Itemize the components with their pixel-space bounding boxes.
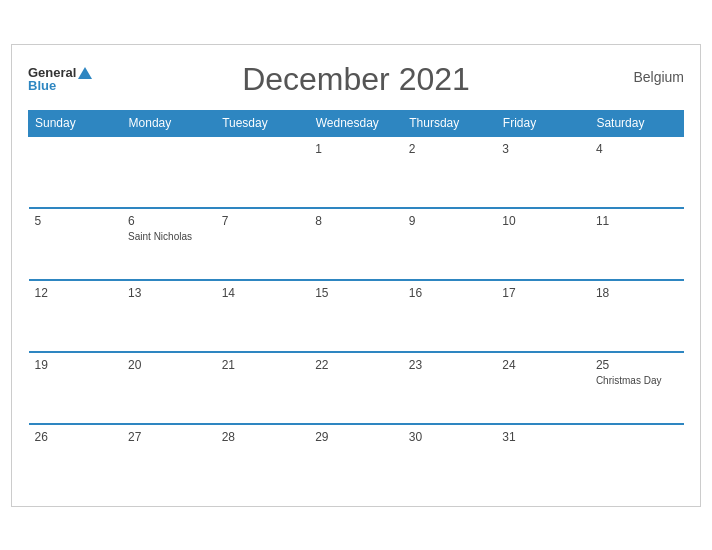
weekday-header-row: SundayMondayTuesdayWednesdayThursdayFrid…: [29, 110, 684, 136]
day-number: 15: [315, 286, 328, 300]
calendar-cell: 27: [122, 424, 216, 496]
calendar-cell: 31: [496, 424, 590, 496]
day-number: 2: [409, 142, 416, 156]
weekday-wednesday: Wednesday: [309, 110, 403, 136]
week-row-2: 56Saint Nicholas7891011: [29, 208, 684, 280]
day-number: 22: [315, 358, 328, 372]
holiday-label: Christmas Day: [596, 375, 678, 386]
logo-triangle-icon: [78, 67, 92, 79]
calendar-cell: 10: [496, 208, 590, 280]
calendar-cell: 16: [403, 280, 497, 352]
calendar-cell: 26: [29, 424, 123, 496]
day-number: 3: [502, 142, 509, 156]
day-number: 14: [222, 286, 235, 300]
day-number: 19: [35, 358, 48, 372]
week-row-1: 1234: [29, 136, 684, 208]
calendar-cell: 13: [122, 280, 216, 352]
day-number: 16: [409, 286, 422, 300]
day-number: 17: [502, 286, 515, 300]
day-number: 20: [128, 358, 141, 372]
calendar-header: General Blue December 2021 Belgium: [28, 61, 684, 98]
day-number: 1: [315, 142, 322, 156]
holiday-label: Saint Nicholas: [128, 231, 210, 242]
calendar-cell: 5: [29, 208, 123, 280]
calendar-cell: 2: [403, 136, 497, 208]
calendar-cell: 20: [122, 352, 216, 424]
calendar-cell: 9: [403, 208, 497, 280]
week-row-3: 12131415161718: [29, 280, 684, 352]
day-number: 30: [409, 430, 422, 444]
month-title: December 2021: [242, 61, 470, 98]
calendar-cell: 12: [29, 280, 123, 352]
day-number: 5: [35, 214, 42, 228]
calendar-cell: 6Saint Nicholas: [122, 208, 216, 280]
calendar-cell: 21: [216, 352, 310, 424]
calendar-cell: 19: [29, 352, 123, 424]
day-number: 6: [128, 214, 135, 228]
day-number: 28: [222, 430, 235, 444]
calendar-cell: 4: [590, 136, 684, 208]
day-number: 7: [222, 214, 229, 228]
day-number: 13: [128, 286, 141, 300]
calendar-cell: 30: [403, 424, 497, 496]
weekday-friday: Friday: [496, 110, 590, 136]
day-number: 25: [596, 358, 609, 372]
day-number: 21: [222, 358, 235, 372]
day-number: 9: [409, 214, 416, 228]
calendar-cell: 8: [309, 208, 403, 280]
calendar-cell: 29: [309, 424, 403, 496]
day-number: 18: [596, 286, 609, 300]
calendar-cell: [122, 136, 216, 208]
calendar-cell: 18: [590, 280, 684, 352]
day-number: 26: [35, 430, 48, 444]
country-label: Belgium: [633, 69, 684, 85]
day-number: 27: [128, 430, 141, 444]
calendar-cell: 3: [496, 136, 590, 208]
day-number: 8: [315, 214, 322, 228]
weekday-tuesday: Tuesday: [216, 110, 310, 136]
calendar-cell: [29, 136, 123, 208]
day-number: 12: [35, 286, 48, 300]
day-number: 4: [596, 142, 603, 156]
calendar-cell: 11: [590, 208, 684, 280]
calendar-cell: 14: [216, 280, 310, 352]
day-number: 11: [596, 214, 609, 228]
calendar-table: SundayMondayTuesdayWednesdayThursdayFrid…: [28, 110, 684, 496]
calendar-cell: 24: [496, 352, 590, 424]
weekday-sunday: Sunday: [29, 110, 123, 136]
calendar-cell: 17: [496, 280, 590, 352]
weekday-thursday: Thursday: [403, 110, 497, 136]
logo-blue-text: Blue: [28, 79, 92, 92]
calendar-cell: 15: [309, 280, 403, 352]
day-number: 10: [502, 214, 515, 228]
week-row-4: 19202122232425Christmas Day: [29, 352, 684, 424]
day-number: 23: [409, 358, 422, 372]
calendar-cell: 1: [309, 136, 403, 208]
calendar-cell: 23: [403, 352, 497, 424]
day-number: 31: [502, 430, 515, 444]
day-number: 29: [315, 430, 328, 444]
calendar-cell: 22: [309, 352, 403, 424]
weekday-monday: Monday: [122, 110, 216, 136]
calendar-cell: 25Christmas Day: [590, 352, 684, 424]
calendar-container: General Blue December 2021 Belgium Sunda…: [11, 44, 701, 507]
calendar-cell: [216, 136, 310, 208]
day-number: 24: [502, 358, 515, 372]
week-row-5: 262728293031: [29, 424, 684, 496]
weekday-saturday: Saturday: [590, 110, 684, 136]
calendar-cell: 7: [216, 208, 310, 280]
calendar-cell: 28: [216, 424, 310, 496]
calendar-cell: [590, 424, 684, 496]
logo: General Blue: [28, 66, 92, 92]
